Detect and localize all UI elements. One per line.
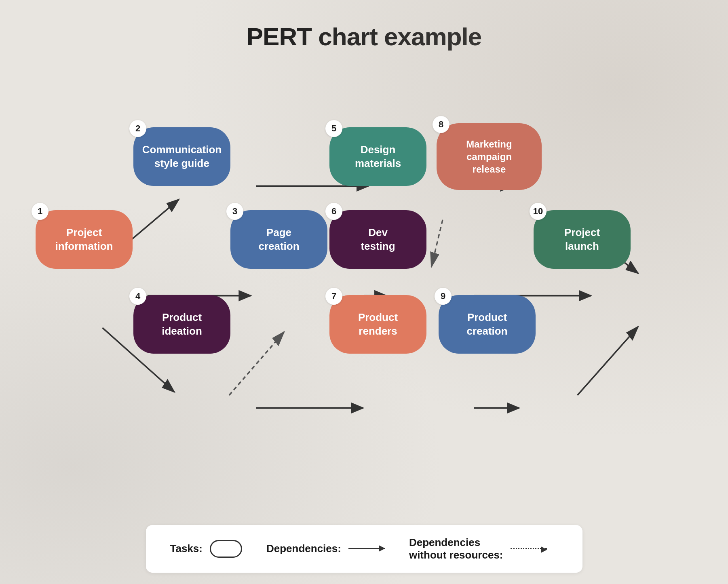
node-6-number: 6 [325, 203, 342, 220]
legend-dependencies: Dependencies: [266, 542, 385, 555]
node-2-label: Communicationstyle guide [142, 143, 222, 171]
node-6-label: Devtesting [361, 226, 395, 253]
legend-dependencies-no-resources: Dependencieswithout resources: [409, 536, 547, 561]
node-2: 2 Communicationstyle guide [133, 127, 230, 186]
chart-area: 1 Projectinformation 2 Communicationstyl… [0, 65, 728, 503]
node-10-label: Projectlaunch [564, 226, 600, 253]
node-2-number: 2 [129, 120, 146, 137]
legend-dependencies-label: Dependencies: [266, 542, 341, 555]
legend-arrow-dotted [511, 548, 547, 549]
node-4: 4 Productideation [133, 295, 230, 354]
node-9-label: Productcreation [466, 311, 507, 338]
node-10: 10 Projectlaunch [534, 210, 631, 269]
node-4-label: Productideation [162, 311, 202, 338]
legend-arrow-solid [348, 548, 385, 549]
node-1-label: Projectinformation [55, 226, 113, 253]
legend-tasks: Tasks: [170, 540, 242, 558]
node-1-number: 1 [32, 203, 49, 220]
svg-line-14 [578, 327, 638, 395]
node-1: 1 Projectinformation [36, 210, 133, 269]
legend-task-shape [210, 540, 242, 558]
svg-line-7 [229, 332, 284, 395]
node-7-label: Productrenders [358, 311, 398, 338]
node-7: 7 Productrenders [329, 295, 426, 354]
node-4-number: 4 [129, 288, 146, 305]
svg-line-10 [431, 220, 443, 267]
legend-no-resources-label: Dependencieswithout resources: [409, 536, 503, 561]
node-3-label: Pagecreation [258, 226, 299, 253]
node-8-label: Marketingcampaignrelease [466, 138, 512, 176]
legend-tasks-label: Tasks: [170, 542, 203, 555]
node-10-number: 10 [530, 203, 547, 220]
node-5-label: Designmaterials [355, 143, 401, 171]
node-3: 3 Pagecreation [230, 210, 327, 269]
node-3-number: 3 [226, 203, 243, 220]
node-5: 5 Designmaterials [329, 127, 426, 186]
node-6: 6 Devtesting [329, 210, 426, 269]
node-5-number: 5 [325, 120, 342, 137]
node-8-number: 8 [433, 116, 449, 133]
node-9: 9 Productcreation [439, 295, 536, 354]
node-9-number: 9 [435, 288, 452, 305]
node-8: 8 Marketingcampaignrelease [437, 123, 542, 190]
node-7-number: 7 [325, 288, 342, 305]
legend: Tasks: Dependencies: Dependencieswithout… [146, 525, 582, 573]
